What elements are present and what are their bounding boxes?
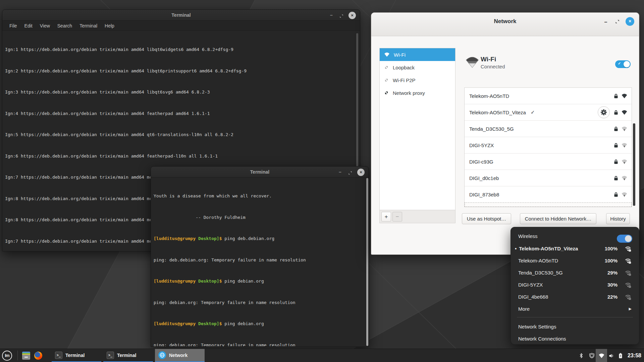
sidebar-item-wifi[interactable]: Wi-Fi: [380, 48, 455, 61]
network-connections-link[interactable]: Network Connections: [511, 333, 639, 345]
file-manager-launcher-icon[interactable]: [22, 352, 30, 360]
maximize-icon[interactable]: [338, 12, 345, 19]
terminal1-menubar: File Edit View Search Terminal Help: [2, 21, 360, 31]
wifi-signal-strong-icon: [621, 94, 628, 99]
lock-icon: [614, 110, 618, 115]
terminal-line: Ign:6 https://deb.debian.org/debian trix…: [5, 153, 360, 160]
close-icon[interactable]: ×: [626, 17, 634, 26]
menu-terminal[interactable]: Terminal: [76, 21, 101, 31]
network-row[interactable]: DIGI-c93G: [465, 154, 632, 170]
taskbar-window-terminal-2[interactable]: >_ Terminal: [103, 349, 153, 362]
wifi-signal-weak-icon: [621, 143, 628, 148]
terminal-line: Ign:1 https://deb.debian.org/debian trix…: [5, 46, 360, 53]
gear-icon: [601, 109, 607, 115]
sidebar-item-label: Network proxy: [393, 90, 425, 96]
lock-icon: [614, 159, 618, 164]
network-row[interactable]: DIGI_873eb8: [465, 186, 632, 203]
terminal-line: Youth is a disease from which we all rec…: [154, 192, 369, 199]
wifi-p2p-icon: [384, 78, 389, 82]
remove-connection-button[interactable]: −: [392, 212, 402, 222]
terminal-line: Ign:4 https://deb.debian.org/debian trix…: [5, 110, 360, 117]
battery-charging-icon[interactable]: [617, 352, 624, 359]
network-proxy-icon: [384, 90, 389, 95]
terminal-prompt-line: [ludditus@grumpy Desktop]$ ping debian.o…: [154, 320, 369, 327]
volume-icon[interactable]: [608, 352, 614, 359]
menu-help[interactable]: Help: [101, 21, 118, 31]
wifi-toggle[interactable]: ✓: [615, 60, 631, 68]
wifi-icon: [384, 52, 390, 57]
menu-button[interactable]: lm: [2, 351, 12, 361]
terminal2-scrollbar[interactable]: [366, 178, 368, 346]
sidebar-item-network-proxy[interactable]: Network proxy: [380, 86, 455, 99]
terminal-prompt-line: [ludditus@grumpy Desktop]$ ping debian.o…: [154, 278, 369, 285]
menu-search[interactable]: Search: [54, 21, 76, 31]
wifi-signal-strong-icon: [621, 110, 628, 115]
wireless-toggle-row: Wireless: [511, 230, 639, 242]
prompt-dollar: $: [219, 279, 225, 284]
taskbar-separator: [17, 351, 18, 360]
minimize-icon[interactable]: –: [601, 17, 610, 26]
wifi-status-icon: [465, 56, 479, 68]
terminal-line: -- Dorothy Fuldheim: [154, 214, 369, 221]
menu-view[interactable]: View: [36, 21, 54, 31]
terminal-line: Ign:5 https://deb.debian.org/debian trix…: [5, 131, 360, 138]
toggle-knob: [625, 235, 632, 242]
network-titlebar[interactable]: Network – ×: [371, 13, 639, 36]
applet-network-item[interactable]: Tenda_D3C530_5G 29%: [511, 266, 639, 279]
terminal-prompt-line: [ludditus@grumpy Desktop]$ ping deb.debi…: [154, 235, 369, 242]
terminal-line: ping: debian.org: Temporary failure in n…: [154, 342, 369, 346]
wireless-toggle[interactable]: [617, 235, 632, 243]
applet-more-item[interactable]: More ▶: [511, 303, 639, 315]
applet-network-item[interactable]: • Telekom-AO5nTD_Viteza 100%: [511, 242, 639, 254]
network-list-scrollbar[interactable]: [633, 123, 635, 206]
terminal-line: ping: deb.debian.org: Temporary failure …: [154, 256, 369, 263]
network-row[interactable]: DIGI-5YZX: [465, 137, 632, 154]
wifi-status-text: Connected: [481, 64, 505, 69]
applet-network-item[interactable]: Telekom-AO5nTD 100%: [511, 254, 639, 266]
applet-network-item[interactable]: DIGI_4be668 22%: [511, 291, 639, 303]
firewall-shield-icon[interactable]: [588, 352, 595, 359]
menu-edit[interactable]: Edit: [21, 21, 36, 31]
prompt-user: [ludditus@grumpy: [154, 279, 198, 284]
sidebar-item-loopback[interactable]: Loopback: [380, 61, 455, 74]
prompt-dir: Desktop]: [198, 236, 219, 241]
signal-percent: 29%: [600, 270, 618, 276]
sidebar-item-label: Loopback: [393, 65, 415, 70]
network-row-connected[interactable]: Telekom-AO5nTD_Viteza ✓: [465, 104, 632, 121]
taskbar-window-network[interactable]: Network: [155, 349, 205, 362]
wifi-lock-icon: [624, 257, 632, 264]
prompt-dir: Desktop]: [198, 321, 219, 326]
connect-hidden-network-button[interactable]: Connect to Hidden Network…: [520, 213, 596, 224]
network-settings-link[interactable]: Network Settings: [511, 320, 639, 333]
taskbar-window-terminal-1[interactable]: >_ Terminal: [52, 349, 101, 362]
bluetooth-icon[interactable]: [578, 352, 584, 359]
menu-file[interactable]: File: [6, 21, 21, 31]
sidebar-item-wifi-p2p[interactable]: Wi-Fi P2P: [380, 74, 455, 86]
maximize-icon[interactable]: [346, 169, 354, 176]
tray-wifi-icon[interactable]: [598, 352, 605, 359]
connection-list-toolbar: + −: [379, 210, 455, 223]
terminal-window-2: Terminal – × Youth is a disease from whi…: [151, 166, 369, 347]
network-settings-gear-button[interactable]: [598, 106, 610, 118]
terminal2-output[interactable]: Youth is a disease from which we all rec…: [151, 178, 369, 346]
close-icon[interactable]: ×: [348, 12, 356, 19]
lock-icon: [614, 176, 618, 181]
add-connection-button[interactable]: +: [381, 212, 391, 222]
firefox-launcher-icon[interactable]: [34, 352, 42, 360]
history-button[interactable]: History: [606, 213, 630, 224]
signal-percent: 100%: [600, 258, 618, 263]
terminal2-titlebar[interactable]: Terminal – ×: [151, 167, 369, 178]
close-icon[interactable]: ×: [357, 169, 365, 176]
applet-network-item[interactable]: DIGI-5YZX 30%: [511, 279, 639, 291]
maximize-icon[interactable]: [613, 17, 622, 26]
wifi-network-list: Telekom-AO5nTD Telekom-AO5nTD_Viteza ✓: [464, 87, 632, 207]
taskbar-clock[interactable]: 23:58: [628, 349, 641, 362]
use-as-hotspot-button[interactable]: Use as Hotspot…: [462, 213, 511, 224]
toggle-check-icon: ✓: [618, 61, 621, 66]
minimize-icon[interactable]: –: [336, 169, 344, 176]
network-row[interactable]: DIGI_d0c1eb: [465, 170, 632, 186]
terminal1-titlebar[interactable]: Terminal – ×: [2, 10, 360, 21]
network-row[interactable]: Telekom-AO5nTD: [465, 88, 632, 104]
minimize-icon[interactable]: –: [328, 12, 335, 19]
network-row[interactable]: Tenda_D3C530_5G: [465, 121, 632, 137]
